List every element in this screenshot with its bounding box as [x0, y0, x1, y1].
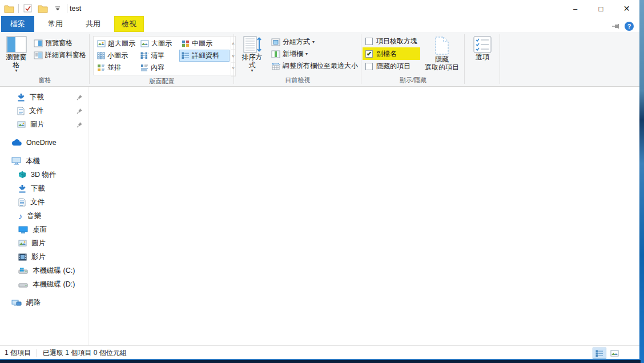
hidden-items-label: 隱藏的項目 — [376, 62, 410, 71]
status-bar: 1 個項目 已選取 1 個項目 0 個位元組 — [0, 345, 639, 360]
options-label: 選項 — [476, 53, 489, 61]
navigation-pane-button[interactable]: 瀏覽窗格 ▾ — [1, 34, 31, 72]
sidebar-item-downloads[interactable]: 下載 — [0, 182, 88, 195]
layout-item-label: 大圖示 — [151, 39, 172, 49]
layout-item-label: 詳細資料 — [192, 51, 219, 61]
ribbon-view-tab-content: 瀏覽窗格 ▾ 預覽窗格 詳細資料窗格 — [0, 32, 639, 87]
sidebar-item-documents-pinned[interactable]: 文件 — [0, 104, 88, 118]
sidebar-item-pictures-pinned[interactable]: 圖片 — [0, 118, 88, 131]
layout-item-label: 清單 — [151, 51, 164, 61]
disk-drive-windows-icon — [18, 267, 28, 274]
sidebar-item-downloads-pinned[interactable]: 下載 — [0, 90, 88, 104]
tiles-view-icon — [97, 64, 105, 71]
hidden-items-checkbox[interactable]: 隱藏的項目 — [363, 60, 420, 72]
options-button[interactable]: 選項 — [470, 34, 495, 61]
sidebar-item-music[interactable]: ♪ 音樂 — [0, 209, 88, 223]
group-by-button[interactable]: 分組方式 ▾ — [269, 36, 360, 48]
sidebar-item-label: 圖片 — [31, 239, 46, 248]
document-icon — [17, 107, 25, 115]
properties-check-icon[interactable] — [22, 3, 34, 14]
size-all-columns-button[interactable]: 調整所有欄位至最適大小 — [269, 60, 360, 72]
thumbnail-view-toggle-button[interactable] — [607, 348, 621, 359]
sidebar-item-onedrive[interactable]: OneDrive — [0, 136, 88, 150]
chevron-down-icon: ▾ — [251, 69, 253, 72]
layout-gallery: 超大圖示 大圖示 中圖示 小圖示 — [93, 36, 231, 75]
layout-item-label: 小圖示 — [107, 51, 128, 61]
pin-ribbon-icon[interactable] — [612, 23, 620, 29]
details-pane-icon — [34, 51, 43, 59]
pin-icon[interactable] — [77, 94, 83, 100]
layout-medium-icons[interactable]: 中圖示 — [179, 38, 230, 50]
layout-large-icons[interactable]: 大圖示 — [138, 38, 179, 50]
document-icon — [18, 198, 26, 207]
sidebar-item-this-pc[interactable]: 本機 — [0, 154, 88, 168]
sort-by-icon — [243, 36, 262, 53]
sidebar-item-label: OneDrive — [26, 139, 57, 147]
pin-icon[interactable] — [77, 108, 83, 114]
chevron-down-icon: ▾ — [15, 69, 17, 72]
details-pane-button[interactable]: 詳細資料窗格 — [31, 49, 88, 61]
show-hide-group-label: 顯示/隱藏 — [363, 75, 464, 86]
item-checkboxes-label: 項目核取方塊 — [376, 37, 417, 46]
minimize-button[interactable]: – — [562, 0, 588, 17]
tab-file[interactable]: 檔案 — [1, 16, 34, 32]
layout-small-icons[interactable]: 小圖示 — [95, 50, 138, 62]
small-icons-icon — [97, 52, 105, 59]
window-controls: – □ ✕ — [562, 0, 639, 17]
tab-share[interactable]: 共用 — [77, 17, 110, 32]
large-icons-icon — [140, 40, 149, 47]
disk-drive-icon — [18, 281, 28, 288]
item-checkboxes-checkbox[interactable]: 項目核取方塊 — [363, 35, 420, 47]
details-view-toggle-button[interactable] — [593, 348, 606, 359]
file-list-area[interactable] — [88, 87, 639, 345]
layout-gallery-empty-cell — [179, 62, 230, 74]
close-button[interactable]: ✕ — [614, 0, 639, 17]
quick-access-toolbar — [0, 3, 67, 14]
sidebar-item-pictures[interactable]: 圖片 — [0, 236, 88, 250]
add-columns-button[interactable]: 新增欄 ▾ — [269, 48, 360, 60]
sidebar-item-videos[interactable]: 影片 — [0, 250, 88, 264]
tab-home[interactable]: 常用 — [39, 17, 72, 32]
checkbox-checked-icon: ✔ — [365, 50, 373, 58]
size-all-columns-label: 調整所有欄位至最適大小 — [283, 61, 358, 71]
layout-item-label: 中圖示 — [192, 39, 212, 49]
help-icon[interactable]: ? — [625, 22, 634, 31]
preview-pane-button[interactable]: 預覽窗格 — [31, 37, 88, 49]
explorer-window: test – □ ✕ 檔案 常用 共用 檢視 ? — [0, 0, 639, 360]
download-icon — [18, 184, 26, 193]
sidebar-item-network[interactable]: 網路 — [0, 296, 88, 309]
sidebar-item-desktop[interactable]: 桌面 — [0, 223, 88, 236]
this-pc-icon — [11, 157, 21, 165]
sidebar-item-label: 文件 — [29, 106, 43, 116]
layout-list[interactable]: 清單 — [138, 50, 179, 62]
ribbon-group-layout: 超大圖示 大圖示 中圖示 小圖示 — [90, 32, 234, 86]
hide-selected-label-line1: 隱藏 — [435, 55, 449, 63]
layout-extra-large-icons[interactable]: 超大圖示 — [95, 38, 138, 50]
sidebar-item-drive-c[interactable]: 本機磁碟 (C:) — [0, 264, 88, 277]
file-extensions-label: 副檔名 — [376, 49, 397, 59]
panes-group-label: 窗格 — [1, 75, 88, 86]
sidebar-item-documents[interactable]: 文件 — [0, 195, 88, 209]
folder-app-icon[interactable] — [3, 3, 15, 14]
pin-icon[interactable] — [77, 122, 83, 128]
hide-selected-items-button[interactable]: 隱藏 選取的項目 — [421, 34, 462, 71]
layout-content[interactable]: 內容 — [138, 62, 179, 74]
layout-details[interactable]: 詳細資料 — [179, 50, 230, 62]
sidebar-item-3d-objects[interactable]: 3D 物件 — [0, 168, 88, 182]
extra-large-icons-icon — [97, 40, 106, 47]
layout-tiles[interactable]: 並排 — [95, 62, 138, 74]
new-folder-icon[interactable] — [37, 3, 49, 14]
options-group-label — [466, 75, 499, 86]
tab-view[interactable]: 檢視 — [114, 16, 144, 32]
sidebar-item-label: 網路 — [26, 298, 41, 308]
desktop-icon — [18, 226, 28, 233]
sort-by-button[interactable]: 排序方式 ▾ — [235, 34, 269, 72]
picture-icon — [18, 240, 27, 247]
sidebar-item-label: 本機磁碟 (C:) — [33, 266, 75, 276]
qat-customize-chevron-icon[interactable] — [52, 3, 63, 14]
music-icon: ♪ — [18, 212, 23, 220]
maximize-button[interactable]: □ — [588, 0, 614, 17]
options-icon — [473, 36, 492, 53]
file-extensions-checkbox[interactable]: ✔ 副檔名 — [363, 47, 420, 60]
sidebar-item-drive-d[interactable]: 本機磁碟 (D:) — [0, 277, 88, 291]
